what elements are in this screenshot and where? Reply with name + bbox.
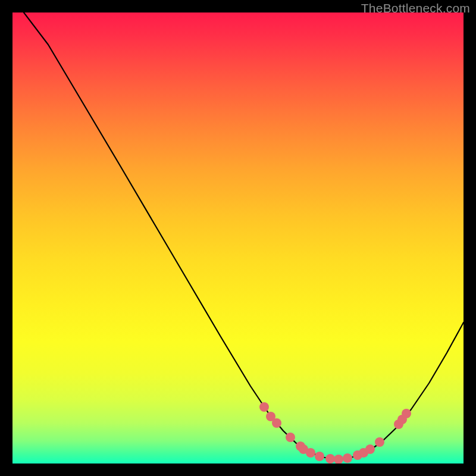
data-marker	[325, 454, 335, 464]
data-marker	[365, 444, 375, 454]
data-marker	[272, 418, 281, 428]
marker-group	[259, 402, 411, 464]
chart-svg	[12, 12, 464, 464]
data-marker	[306, 448, 315, 458]
data-marker	[315, 452, 324, 461]
curve-left-branch	[24, 12, 334, 459]
data-marker	[286, 433, 295, 442]
data-marker	[334, 455, 343, 464]
data-marker	[402, 409, 411, 418]
data-marker	[375, 437, 384, 447]
curve-right-branch	[334, 322, 464, 459]
data-marker	[343, 453, 352, 463]
data-marker	[259, 402, 269, 412]
